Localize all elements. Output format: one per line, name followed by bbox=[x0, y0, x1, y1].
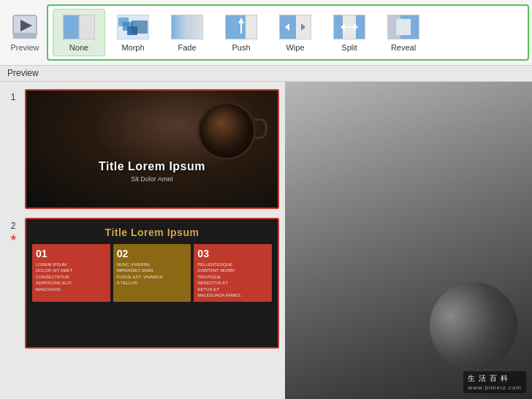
preview-section-label: Preview bbox=[0, 66, 532, 82]
slide1-subtitle: Sit Dolor Amet bbox=[99, 175, 205, 183]
watermark-line2: www.bimeiz.com bbox=[468, 384, 522, 391]
push-transition-icon bbox=[225, 14, 257, 40]
card-3-number: 03 bbox=[197, 248, 268, 259]
fade-label: Fade bbox=[178, 43, 196, 52]
push-label: Push bbox=[232, 43, 250, 52]
card-2-number: 02 bbox=[117, 248, 188, 259]
split-transition-icon bbox=[333, 14, 365, 40]
star-icon: ★ bbox=[10, 232, 18, 243]
none-label: None bbox=[69, 43, 88, 52]
slide1-title: Title Lorem Ipsum bbox=[99, 160, 205, 173]
transition-wipe[interactable]: Wipe bbox=[269, 9, 322, 56]
transition-morph[interactable]: Morph bbox=[107, 9, 159, 56]
transition-split[interactable]: Split bbox=[323, 9, 376, 56]
slides-panel: 1 Title Lorem Ipsum Sit Dolor Amet 2 ★ bbox=[0, 82, 285, 399]
slide2-card-3: 03 PELLENTESQUEHABITANT MORBITRISTIQUESE… bbox=[194, 244, 272, 302]
slide-thumb-2[interactable]: Title Lorem Ipsum 01 LOREM IPSUMDOLOR SI… bbox=[25, 218, 279, 349]
slide-number-1: 1 bbox=[6, 89, 20, 102]
slide1-background: Title Lorem Ipsum Sit Dolor Amet bbox=[26, 91, 278, 208]
cup-handle bbox=[254, 118, 267, 139]
none-transition-icon bbox=[63, 14, 95, 40]
slide-number-2: 2 ★ bbox=[6, 218, 20, 243]
svg-rect-16 bbox=[246, 15, 256, 39]
transition-push[interactable]: Push bbox=[215, 9, 267, 56]
watermark-line1: 生 活 百 科 bbox=[468, 373, 522, 384]
main-content: 1 Title Lorem Ipsum Sit Dolor Amet 2 ★ bbox=[0, 82, 532, 399]
reveal-transition-icon bbox=[387, 14, 419, 40]
svg-rect-11 bbox=[132, 20, 148, 34]
preview-label: Preview bbox=[10, 43, 39, 52]
transition-group: None Morph bbox=[47, 4, 529, 61]
slide2-background: Title Lorem Ipsum 01 LOREM IPSUMDOLOR SI… bbox=[26, 219, 278, 347]
coffee-cup-top bbox=[197, 102, 256, 160]
card-2-text: NUNC VIVERRAIMPERDIET ENIM.FUSCE EST. VI… bbox=[117, 262, 188, 286]
slide2-title: Title Lorem Ipsum bbox=[26, 219, 278, 244]
svg-rect-4 bbox=[64, 15, 79, 39]
slide1-text-area: Title Lorem Ipsum Sit Dolor Amet bbox=[99, 160, 205, 183]
svg-rect-13 bbox=[172, 15, 202, 39]
card-1-number: 01 bbox=[36, 248, 107, 259]
reveal-label: Reveal bbox=[391, 43, 416, 52]
slide-thumb-1[interactable]: Title Lorem Ipsum Sit Dolor Amet bbox=[25, 89, 279, 209]
slide-row-2: 2 ★ Title Lorem Ipsum 01 LOREM IPSUMDOLO… bbox=[6, 218, 279, 349]
card-1-text: LOREM IPSUMDOLOR SIT AMET,CONSECTETURADI… bbox=[36, 262, 107, 292]
watermark: 生 活 百 科 www.bimeiz.com bbox=[463, 371, 526, 393]
card-3-text: PELLENTESQUEHABITANT MORBITRISTIQUESENEC… bbox=[197, 262, 268, 298]
toolbar: Preview None bbox=[0, 0, 532, 66]
slide2-card-2: 02 NUNC VIVERRAIMPERDIET ENIM.FUSCE EST.… bbox=[113, 244, 191, 302]
split-label: Split bbox=[341, 43, 357, 52]
transition-fade[interactable]: Fade bbox=[161, 9, 213, 56]
svg-rect-5 bbox=[79, 15, 94, 39]
svg-rect-1 bbox=[13, 33, 37, 39]
slide2-card-1: 01 LOREM IPSUMDOLOR SIT AMET,CONSECTETUR… bbox=[32, 244, 110, 302]
wipe-transition-icon bbox=[279, 14, 311, 40]
slide-row-1: 1 Title Lorem Ipsum Sit Dolor Amet bbox=[6, 89, 279, 209]
morph-label: Morph bbox=[121, 43, 144, 52]
transition-none[interactable]: None bbox=[53, 9, 105, 56]
fade-transition-icon bbox=[171, 14, 203, 40]
transition-reveal[interactable]: Reveal bbox=[377, 9, 430, 56]
svg-rect-15 bbox=[226, 15, 246, 39]
wipe-label: Wipe bbox=[286, 43, 304, 52]
play-icon bbox=[12, 14, 38, 40]
slide2-cards: 01 LOREM IPSUMDOLOR SIT AMET,CONSECTETUR… bbox=[26, 244, 278, 308]
right-preview-area: 生 活 百 科 www.bimeiz.com bbox=[285, 82, 532, 399]
morph-transition-icon bbox=[117, 14, 149, 40]
svg-rect-34 bbox=[396, 19, 411, 35]
svg-rect-18 bbox=[240, 23, 242, 34]
preview-button[interactable]: Preview bbox=[3, 4, 47, 61]
